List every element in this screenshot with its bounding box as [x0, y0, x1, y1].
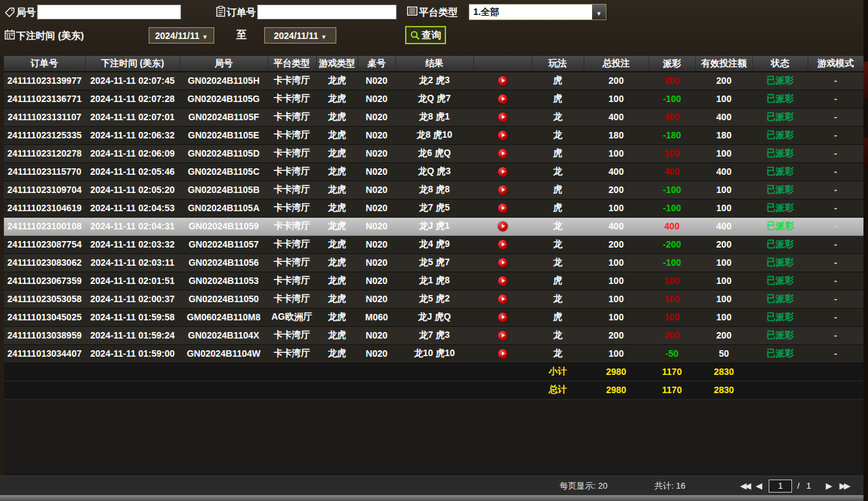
cell-game-mode: -: [808, 199, 863, 217]
table-row[interactable]: 241111023053058 2024-11-11 02:00:37 GN02…: [4, 290, 863, 308]
cell-play-type: 龙: [532, 344, 584, 363]
cell-game-type: 龙虎: [316, 108, 358, 126]
play-icon[interactable]: [498, 331, 508, 340]
platform-type-select[interactable]: 1.全部: [469, 4, 606, 20]
cell-game-type: 龙虎: [316, 290, 358, 308]
col-header-table-number: 桌号: [358, 56, 395, 71]
cell-video: [473, 108, 532, 126]
play-icon[interactable]: [498, 349, 508, 359]
first-page-button[interactable]: [740, 476, 749, 496]
cell-video: [473, 199, 532, 217]
play-icon[interactable]: [498, 203, 508, 213]
table-row[interactable]: 241111023125335 2024-11-11 02:06:32 GN02…: [4, 126, 863, 144]
date-to-select[interactable]: 2024/11/11: [264, 27, 336, 44]
table-row[interactable]: 241111023104619 2024-11-11 02:04:53 GN02…: [4, 199, 863, 217]
table-row[interactable]: 241111023083062 2024-11-11 02:03:11 GN02…: [4, 253, 863, 272]
cell-result: 龙6 虎Q: [395, 144, 473, 162]
cell-order-number: 241111023125335: [4, 126, 85, 144]
table-row[interactable]: 241111023087754 2024-11-11 02:03:32 GN02…: [4, 235, 863, 253]
cell-platform-type: 卡卡湾厅: [267, 181, 316, 199]
cell-bet-time: 2024-11-11 02:03:32: [85, 235, 180, 253]
subtotal-spacer-right: [752, 363, 863, 381]
table-row[interactable]: 241111023131107 2024-11-11 02:07:01 GN02…: [4, 108, 863, 126]
play-icon[interactable]: [498, 149, 508, 159]
play-icon[interactable]: [498, 313, 508, 322]
cell-game-mode: -: [808, 217, 863, 235]
cell-valid-bet: 100: [695, 290, 752, 308]
previous-page-button[interactable]: [756, 476, 762, 496]
play-icon[interactable]: [498, 240, 508, 250]
cell-result: 龙J 虎1: [395, 217, 473, 235]
subtotal-total-bet: 2980: [584, 363, 649, 381]
cell-bet-time: 2024-11-11 01:59:24: [85, 326, 180, 344]
cell-order-number: 241111023115770: [4, 162, 85, 181]
cell-order-number: 241111013038959: [4, 326, 85, 344]
cell-video: [473, 253, 532, 272]
table-row[interactable]: 241111013045025 2024-11-11 01:59:58 GM06…: [4, 308, 863, 326]
play-icon[interactable]: [498, 258, 508, 268]
cell-game-type: 龙虎: [316, 90, 358, 108]
cell-video: [473, 126, 532, 144]
col-header-valid-bet: 有效投注额: [695, 56, 752, 71]
table-row[interactable]: 241111023139977 2024-11-11 02:07:45 GN02…: [4, 71, 863, 90]
subtotal-payout: 1170: [649, 363, 695, 381]
query-button[interactable]: 查询: [405, 26, 446, 44]
cell-video: [473, 290, 532, 308]
next-page-button[interactable]: [826, 476, 832, 496]
cell-table-number: N020: [358, 126, 395, 144]
cell-table-number: N020: [358, 326, 395, 344]
play-icon[interactable]: [498, 112, 508, 122]
cell-game-mode: -: [808, 126, 863, 144]
play-icon[interactable]: [498, 167, 508, 177]
cell-platform-type: 卡卡湾厅: [267, 108, 316, 126]
order-number-input[interactable]: [257, 5, 397, 19]
cell-round-number: GN02024B1105F: [180, 108, 267, 126]
play-icon[interactable]: [498, 222, 508, 231]
play-icon[interactable]: [498, 276, 508, 286]
cell-status: 已派彩: [752, 235, 808, 253]
cell-status: 已派彩: [752, 217, 808, 235]
cell-table-number: N020: [358, 272, 395, 290]
total-count-label: 共计: 16: [654, 476, 686, 496]
round-number-input[interactable]: [37, 5, 181, 19]
play-icon[interactable]: [498, 294, 508, 304]
cell-status: 已派彩: [752, 253, 808, 272]
cell-platform-type: 卡卡湾厅: [267, 162, 316, 181]
cell-play-type: 虎: [532, 144, 584, 162]
play-icon[interactable]: [498, 131, 508, 140]
cell-payout: -200: [649, 235, 695, 253]
cell-round-number: GN02024B11059: [180, 217, 267, 235]
cell-payout: -100: [649, 181, 695, 199]
cell-valid-bet: 100: [695, 144, 752, 162]
cell-result: 龙10 虎10: [395, 344, 473, 363]
last-page-button[interactable]: [839, 476, 849, 496]
table-row[interactable]: 241111023115770 2024-11-11 02:05:46 GN02…: [4, 162, 863, 181]
play-icon[interactable]: [498, 76, 508, 86]
cell-platform-type: 卡卡湾厅: [267, 344, 316, 363]
dropdown-arrow-icon: [592, 5, 606, 19]
cell-platform-type: 卡卡湾厅: [267, 90, 316, 108]
table-row[interactable]: 241111013034407 2024-11-11 01:59:00 GN02…: [4, 344, 863, 363]
query-button-label: 查询: [422, 29, 441, 42]
table-row[interactable]: 241111023067359 2024-11-11 02:01:51 GN02…: [4, 272, 863, 290]
date-from-select[interactable]: 2024/11/11: [149, 27, 214, 44]
play-icon[interactable]: [498, 185, 508, 195]
table-row[interactable]: 241111023120278 2024-11-11 02:06:09 GN02…: [4, 144, 863, 162]
cell-total-bet: 400: [584, 108, 649, 126]
cell-round-number: GN02024B1105B: [180, 181, 267, 199]
cell-game-mode: -: [808, 181, 863, 199]
cell-play-type: 虎: [532, 308, 584, 326]
table-row[interactable]: 241111023109704 2024-11-11 02:05:20 GN02…: [4, 181, 863, 199]
col-header-total-bet: 总投注: [584, 56, 649, 71]
table-row[interactable]: 241111013038959 2024-11-11 01:59:24 GN02…: [4, 326, 863, 344]
play-icon[interactable]: [498, 94, 508, 104]
cell-game-type: 龙虎: [316, 235, 358, 253]
cell-result: 龙8 虎10: [395, 126, 473, 144]
col-header-payout: 派彩: [649, 56, 695, 71]
table-row[interactable]: 241111023100108 2024-11-11 02:04:31 GN02…: [4, 217, 863, 235]
table-row[interactable]: 241111023136771 2024-11-11 02:07:28 GN02…: [4, 90, 863, 108]
per-page-label: 每页显示: 20: [560, 476, 608, 496]
cell-bet-time: 2024-11-11 02:06:32: [85, 126, 180, 144]
page-number-input[interactable]: 1: [769, 480, 792, 493]
cell-status: 已派彩: [752, 126, 808, 144]
